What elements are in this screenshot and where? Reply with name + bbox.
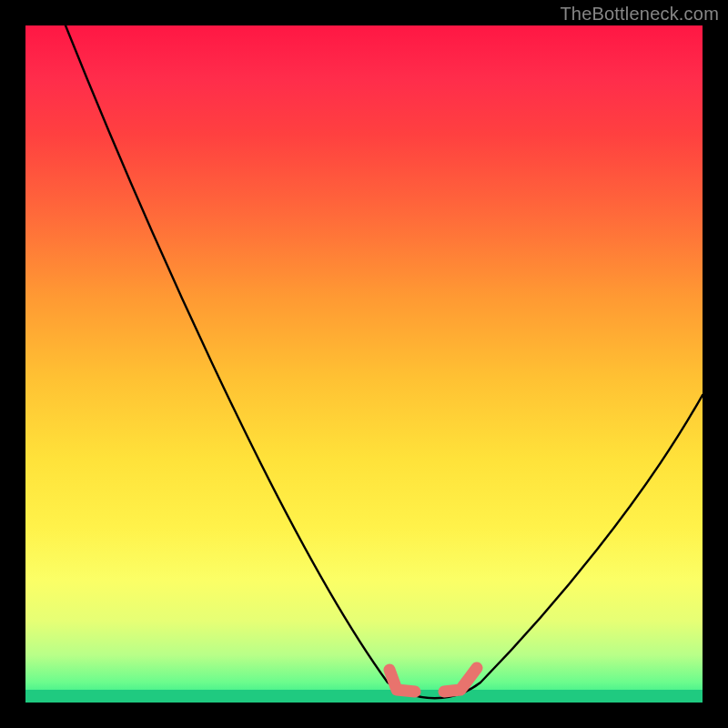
plot-area — [25, 25, 703, 703]
trough-marker-icon — [389, 668, 477, 692]
bottleneck-curve — [25, 25, 703, 703]
chart-frame: TheBottleneck.com — [0, 0, 728, 728]
curve-path — [66, 25, 703, 698]
watermark-text: TheBottleneck.com — [560, 4, 719, 25]
